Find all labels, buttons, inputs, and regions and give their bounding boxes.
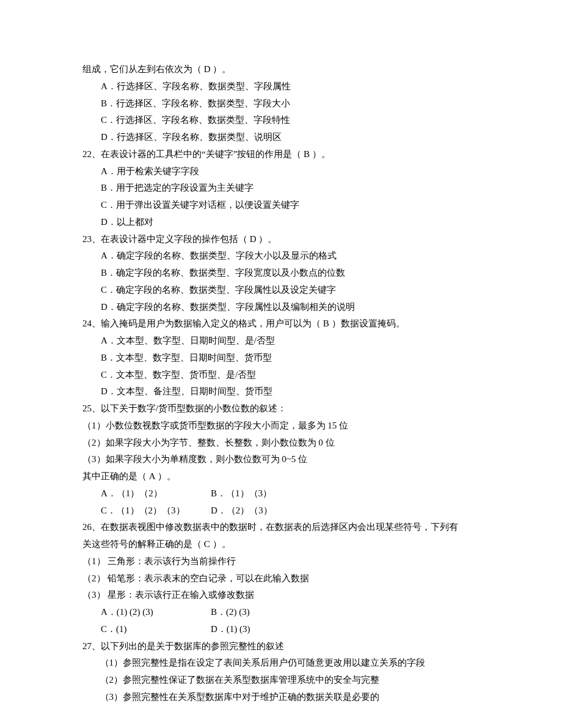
q23-option-b: B．确定字段的名称、数据类型、字段宽度以及小数点的位数 [82,265,489,282]
q24-option-a: A．文本型、数字型、日期时间型、是/否型 [82,333,489,350]
q21-option-a: A．行选择区、字段名称、数据类型、字段属性 [82,78,489,95]
q26-option-c: C．(1) [101,621,211,638]
q21-option-b: B．行选择区、字段名称、数据类型、字段大小 [82,95,489,112]
q24-option-d: D．文本型、备注型、日期时间型、货币型 [82,383,489,400]
q25-tail: 其中正确的是（ A ）。 [82,468,489,485]
q25-stem: 25、以下关于数字/货币型数据的小数位数的叙述： [82,400,489,417]
q25-sub1: （1）小数位数视数字或货币型数据的字段大小而定，最多为 15 位 [82,417,489,435]
q26-option-a: A．(1) (2) (3) [101,604,211,621]
q26-stem-line2: 关这些符号的解释正确的是（ C ）。 [82,536,489,553]
q27-sub2: （2）参照完整性保证了数据在关系型数据库管理系统中的安全与完整 [82,672,489,689]
q21-option-c: C．行选择区、字段名称、数据类型、字段特性 [82,112,489,129]
q23-option-d: D．确定字段的名称、数据类型、字段属性以及编制相关的说明 [82,299,489,316]
q25-option-d: D．（2）（3） [211,502,272,520]
q26-stem-line1: 26、在数据表视图中修改数据表中的数据时，在数据表的后选择区内会出现某些符号，下… [82,519,489,536]
q25-row-ab: A．（1）（2） B．（1）（3） [82,485,489,502]
q25-option-c: C．（1）（2）（3） [101,502,211,520]
q26-row-cd: C．(1) D．(1) (3) [82,621,489,638]
q25-sub3: （3）如果字段大小为单精度数，则小数位数可为 0~5 位 [82,451,489,468]
q26-sub1: （1） 三角形：表示该行为当前操作行 [82,553,489,570]
q26-sub3: （3） 星形：表示该行正在输入或修改数据 [82,587,489,604]
q23-option-c: C．确定字段的名称、数据类型、字段属性以及设定关键字 [82,282,489,299]
q23-stem: 23、在表设计器中定义字段的操作包括（ D ）。 [82,231,489,248]
q22-option-a: A．用于检索关键字字段 [82,163,489,180]
q26-row-ab: A．(1) (2) (3) B．(2) (3) [82,604,489,621]
q26-option-d: D．(1) (3) [211,621,250,638]
q21-option-d: D．行选择区、字段名称、数据类型、说明区 [82,129,489,146]
q25-option-b: B．（1）（3） [211,485,272,502]
q24-option-b: B．文本型、数字型、日期时间型、货币型 [82,350,489,367]
q24-option-c: C．文本型、数字型、货币型、是/否型 [82,367,489,384]
q25-option-a: A．（1）（2） [101,485,211,502]
q23-option-a: A．确定字段的名称、数据类型、字段大小以及显示的格式 [82,248,489,265]
q25-sub2: （2）如果字段大小为字节、整数、长整数，则小数位数为 0 位 [82,435,489,452]
q22-option-d: D．以上都对 [82,214,489,231]
q22-option-c: C．用于弹出设置关键字对话框，以便设置关键字 [82,197,489,214]
q27-stem: 27、以下列出的是关于数据库的参照完整性的叙述 [82,638,489,655]
q22-stem: 22、在表设计器的工具栏中的“关键字”按钮的作用是（ B ）。 [82,146,489,163]
q27-sub3: （3）参照完整性在关系型数据库中对于维护正确的数据关联是必要的 [82,689,489,706]
q25-row-cd: C．（1）（2）（3） D．（2）（3） [82,502,489,520]
q21-stem-cont: 组成，它们从左到右依次为（ D ）。 [82,61,489,78]
q24-stem: 24、输入掩码是用户为数据输入定义的格式，用户可以为（ B ）数据设置掩码。 [82,315,489,333]
q26-option-b: B．(2) (3) [211,604,250,621]
q27-sub1: （1）参照完整性是指在设定了表间关系后用户仍可随意更改用以建立关系的字段 [82,655,489,672]
q22-option-b: B．用于把选定的字段设置为主关键字 [82,180,489,197]
q26-sub2: （2） 铅笔形：表示表末的空白记录，可以在此输入数据 [82,570,489,587]
